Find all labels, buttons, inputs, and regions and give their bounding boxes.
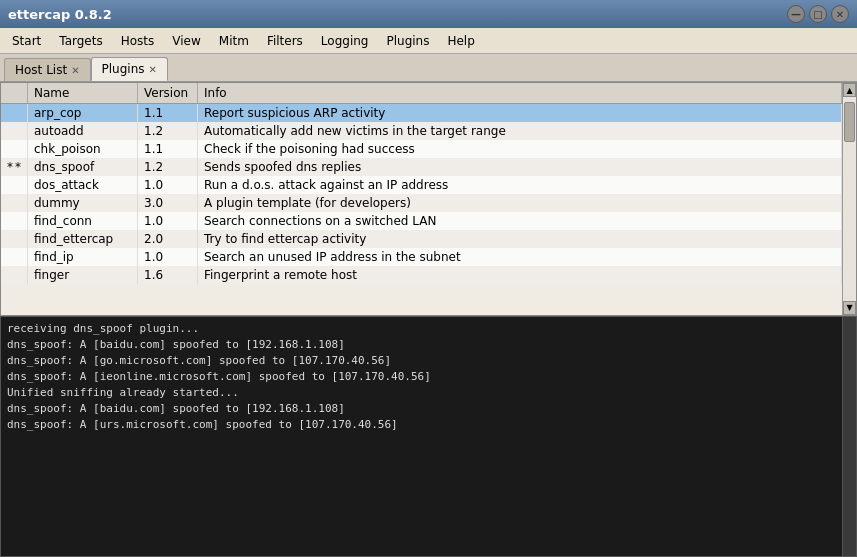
row-version: 1.0 [138, 248, 198, 266]
log-line: dns_spoof: A [baidu.com] spoofed to [192… [7, 337, 850, 353]
row-version: 1.2 [138, 122, 198, 140]
plugin-table: Name Version Info arp_cop1.1Report suspi… [1, 83, 842, 284]
log-line: dns_spoof: A [go.microsoft.com] spoofed … [7, 353, 850, 369]
row-version: 1.2 [138, 158, 198, 176]
row-info: Search connections on a switched LAN [198, 212, 842, 230]
menu-hosts[interactable]: Hosts [113, 31, 163, 51]
minimize-button[interactable]: — [787, 5, 805, 23]
row-info: Report suspicious ARP activity [198, 104, 842, 123]
row-marker [1, 104, 28, 123]
row-info: A plugin template (for developers) [198, 194, 842, 212]
row-version: 1.1 [138, 104, 198, 123]
scrollbar-up-button[interactable]: ▲ [843, 83, 856, 97]
row-name: find_ettercap [28, 230, 138, 248]
tab-host-list-close[interactable]: ✕ [71, 65, 79, 76]
menu-mitm[interactable]: Mitm [211, 31, 257, 51]
row-marker [1, 230, 28, 248]
log-line: receiving dns_spoof plugin... [7, 321, 850, 337]
row-info: Fingerprint a remote host [198, 266, 842, 284]
row-name: find_conn [28, 212, 138, 230]
main-content: Name Version Info arp_cop1.1Report suspi… [0, 82, 857, 557]
row-info: Search an unused IP address in the subne… [198, 248, 842, 266]
menu-plugins[interactable]: Plugins [378, 31, 437, 51]
menu-filters[interactable]: Filters [259, 31, 311, 51]
window-controls: — □ ✕ [787, 5, 849, 23]
tab-plugins[interactable]: Plugins ✕ [91, 57, 168, 81]
menu-logging[interactable]: Logging [313, 31, 377, 51]
row-info: Try to find ettercap activity [198, 230, 842, 248]
maximize-button[interactable]: □ [809, 5, 827, 23]
row-info: Check if the poisoning had success [198, 140, 842, 158]
row-marker [1, 140, 28, 158]
row-version: 2.0 [138, 230, 198, 248]
scrollbar-down-button[interactable]: ▼ [843, 301, 856, 315]
table-row[interactable]: autoadd1.2Automatically add new victims … [1, 122, 842, 140]
row-version: 1.6 [138, 266, 198, 284]
menu-view[interactable]: View [164, 31, 208, 51]
log-line: dns_spoof: A [ieonline.microsoft.com] sp… [7, 369, 850, 385]
table-row[interactable]: chk_poison1.1Check if the poisoning had … [1, 140, 842, 158]
col-header-info: Info [198, 83, 842, 104]
menu-bar: Start Targets Hosts View Mitm Filters Lo… [0, 28, 857, 54]
row-marker [1, 266, 28, 284]
col-header-name: Name [28, 83, 138, 104]
log-area: receiving dns_spoof plugin...dns_spoof: … [0, 316, 857, 558]
row-marker [1, 248, 28, 266]
row-info: Automatically add new victims in the tar… [198, 122, 842, 140]
table-header-row: Name Version Info [1, 83, 842, 104]
table-scrollbar[interactable]: ▲ ▼ [842, 83, 856, 315]
menu-start[interactable]: Start [4, 31, 49, 51]
row-name: arp_cop [28, 104, 138, 123]
log-scrollbar[interactable] [842, 317, 856, 557]
col-header-version: Version [138, 83, 198, 104]
row-info: Run a d.o.s. attack against an IP addres… [198, 176, 842, 194]
table-row[interactable]: find_conn1.0Search connections on a swit… [1, 212, 842, 230]
row-name: dns_spoof [28, 158, 138, 176]
menu-help[interactable]: Help [439, 31, 482, 51]
row-name: autoadd [28, 122, 138, 140]
log-line: dns_spoof: A [baidu.com] spoofed to [192… [7, 401, 850, 417]
row-name: chk_poison [28, 140, 138, 158]
row-name: find_ip [28, 248, 138, 266]
row-name: dos_attack [28, 176, 138, 194]
table-row[interactable]: dos_attack1.0Run a d.o.s. attack against… [1, 176, 842, 194]
table-container: Name Version Info arp_cop1.1Report suspi… [1, 83, 856, 315]
col-header-marker [1, 83, 28, 104]
window-title: ettercap 0.8.2 [8, 7, 112, 22]
table-row[interactable]: arp_cop1.1Report suspicious ARP activity [1, 104, 842, 123]
row-name: dummy [28, 194, 138, 212]
row-version: 3.0 [138, 194, 198, 212]
table-row[interactable]: dummy3.0A plugin template (for developer… [1, 194, 842, 212]
menu-targets[interactable]: Targets [51, 31, 110, 51]
plugin-table-area: Name Version Info arp_cop1.1Report suspi… [0, 82, 857, 316]
table-row[interactable]: find_ip1.0Search an unused IP address in… [1, 248, 842, 266]
log-line: dns_spoof: A [urs.microsoft.com] spoofed… [7, 417, 850, 433]
tab-host-list[interactable]: Host List ✕ [4, 58, 91, 81]
table-row[interactable]: finger1.6Fingerprint a remote host [1, 266, 842, 284]
tab-plugins-close[interactable]: ✕ [149, 64, 157, 75]
row-marker: * [1, 158, 28, 176]
row-version: 1.1 [138, 140, 198, 158]
row-name: finger [28, 266, 138, 284]
row-version: 1.0 [138, 212, 198, 230]
scrollbar-thumb[interactable] [844, 102, 855, 142]
table-row[interactable]: find_ettercap2.0Try to find ettercap act… [1, 230, 842, 248]
row-marker [1, 122, 28, 140]
row-marker [1, 212, 28, 230]
row-marker [1, 176, 28, 194]
scrollbar-track[interactable] [843, 97, 856, 301]
close-button[interactable]: ✕ [831, 5, 849, 23]
log-line: Unified sniffing already started... [7, 385, 850, 401]
title-bar: ettercap 0.8.2 — □ ✕ [0, 0, 857, 28]
row-marker [1, 194, 28, 212]
row-info: Sends spoofed dns replies [198, 158, 842, 176]
table-row[interactable]: *dns_spoof1.2Sends spoofed dns replies [1, 158, 842, 176]
row-version: 1.0 [138, 176, 198, 194]
tab-bar: Host List ✕ Plugins ✕ [0, 54, 857, 82]
